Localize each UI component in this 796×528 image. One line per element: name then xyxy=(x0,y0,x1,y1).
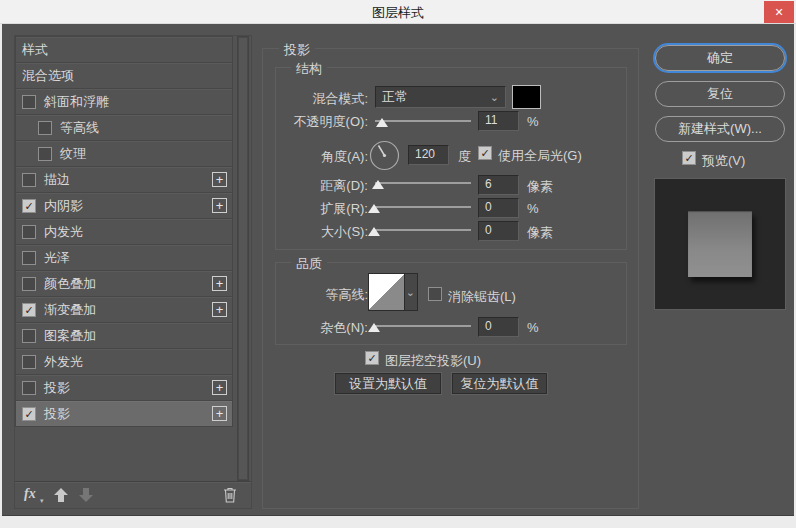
style-item-1[interactable]: 混合选项 xyxy=(16,63,232,89)
reset-button[interactable]: 复位 xyxy=(655,81,785,107)
size-field[interactable]: 0 xyxy=(478,221,519,241)
style-item-0[interactable]: 样式 xyxy=(16,37,232,63)
style-item-label: 图案叠加 xyxy=(44,327,96,345)
style-item-label: 斜面和浮雕 xyxy=(44,93,109,111)
spread-slider-thumb[interactable] xyxy=(368,204,380,213)
antialias-label: 消除锯齿(L) xyxy=(448,288,516,306)
style-item-checkbox[interactable]: ✓ xyxy=(22,303,36,317)
style-item-label: 描边 xyxy=(44,171,70,189)
fx-caret-icon: ▾ xyxy=(40,497,44,505)
opacity-slider-track[interactable] xyxy=(375,120,471,122)
style-item-2[interactable]: 斜面和浮雕 xyxy=(16,89,232,115)
size-slider-thumb[interactable] xyxy=(368,227,380,236)
style-item-4[interactable]: 纹理 xyxy=(16,141,232,167)
noise-unit: % xyxy=(527,320,539,335)
opacity-unit: % xyxy=(527,114,539,129)
move-effect-up-icon[interactable] xyxy=(53,487,69,503)
close-button[interactable]: ✕ xyxy=(764,1,794,23)
add-effect-plus-icon[interactable]: + xyxy=(212,406,227,421)
opacity-field[interactable]: 11 xyxy=(478,111,519,131)
noise-slider-thumb[interactable] xyxy=(368,323,380,332)
panel-title: 投影 xyxy=(279,41,315,59)
style-item-5[interactable]: 描边+ xyxy=(16,167,232,193)
style-item-label: 颜色叠加 xyxy=(44,275,96,293)
distance-slider-track[interactable] xyxy=(375,182,471,184)
style-item-checkbox[interactable] xyxy=(22,225,36,239)
global-light-checkbox[interactable]: ✓ xyxy=(478,146,492,160)
spread-slider-track[interactable] xyxy=(375,206,471,208)
style-item-13[interactable]: 投影+ xyxy=(16,375,232,401)
angle-field[interactable]: 120 xyxy=(408,145,449,165)
style-item-label: 投影 xyxy=(44,405,70,423)
new-style-button[interactable]: 新建样式(W)... xyxy=(655,116,785,142)
contour-thumbnail[interactable] xyxy=(369,274,405,310)
style-item-11[interactable]: 图案叠加 xyxy=(16,323,232,349)
style-item-label: 渐变叠加 xyxy=(44,301,96,319)
style-item-label: 内阴影 xyxy=(44,197,83,215)
style-item-checkbox[interactable] xyxy=(22,95,36,109)
add-effect-plus-icon[interactable]: + xyxy=(212,302,227,317)
angle-unit: 度 xyxy=(458,148,471,166)
blend-mode-dropdown[interactable]: 正常 ⌄ xyxy=(375,86,506,108)
style-item-checkbox[interactable] xyxy=(22,355,36,369)
move-effect-down-icon[interactable] xyxy=(78,487,94,503)
noise-slider-track[interactable] xyxy=(375,325,471,327)
contour-picker[interactable]: ⌄ xyxy=(368,273,418,311)
distance-label: 距离(D): xyxy=(248,177,368,195)
set-default-button[interactable]: 设置为默认值 xyxy=(335,373,441,394)
ok-button[interactable]: 确定 xyxy=(655,45,785,71)
add-effect-plus-icon[interactable]: + xyxy=(212,380,227,395)
delete-effect-trash-icon[interactable] xyxy=(222,486,238,504)
noise-field[interactable]: 0 xyxy=(478,317,519,337)
style-item-checkbox[interactable]: ✓ xyxy=(22,407,36,421)
add-effect-plus-icon[interactable]: + xyxy=(212,276,227,291)
distance-slider-thumb[interactable] xyxy=(372,180,384,189)
fx-menu-button[interactable]: fx xyxy=(24,486,36,502)
distance-field[interactable]: 6 xyxy=(478,175,519,195)
reset-default-button[interactable]: 复位为默认值 xyxy=(452,373,547,394)
style-item-8[interactable]: 光泽 xyxy=(16,245,232,271)
style-item-checkbox[interactable] xyxy=(22,251,36,265)
size-label: 大小(S): xyxy=(248,223,368,241)
blend-mode-label: 混合模式: xyxy=(248,90,368,108)
style-item-label: 纹理 xyxy=(60,145,86,163)
style-item-3[interactable]: 等高线 xyxy=(16,115,232,141)
titlebar: 图层样式 ✕ xyxy=(0,0,796,24)
angle-dial[interactable] xyxy=(369,140,400,171)
style-item-checkbox[interactable] xyxy=(22,173,36,187)
contour-chevron-icon: ⌄ xyxy=(406,287,415,297)
shadow-color-swatch[interactable] xyxy=(512,85,541,109)
style-item-10[interactable]: ✓渐变叠加+ xyxy=(16,297,232,323)
knockout-checkbox[interactable]: ✓ xyxy=(365,351,379,365)
scrollbar-thumb[interactable] xyxy=(239,38,247,479)
preview-checkbox[interactable]: ✓ xyxy=(682,151,696,165)
distance-unit: 像素 xyxy=(527,178,553,196)
chevron-down-icon: ⌄ xyxy=(490,92,499,102)
style-item-9[interactable]: 颜色叠加+ xyxy=(16,271,232,297)
opacity-slider-thumb[interactable] xyxy=(376,118,388,127)
preview-label: 预览(V) xyxy=(702,152,745,170)
noise-label: 杂色(N): xyxy=(248,319,368,337)
style-item-checkbox[interactable] xyxy=(22,277,36,291)
spread-field[interactable]: 0 xyxy=(478,198,519,218)
style-item-6[interactable]: ✓内阴影+ xyxy=(16,193,232,219)
style-item-checkbox[interactable]: ✓ xyxy=(22,199,36,213)
style-item-checkbox[interactable] xyxy=(22,381,36,395)
add-effect-plus-icon[interactable]: + xyxy=(212,172,227,187)
style-item-checkbox[interactable] xyxy=(22,329,36,343)
style-item-label: 外发光 xyxy=(44,353,83,371)
style-item-label: 投影 xyxy=(44,379,70,397)
style-preview-area xyxy=(654,178,786,310)
size-slider-track[interactable] xyxy=(375,229,471,231)
style-item-14[interactable]: ✓投影+ xyxy=(16,401,232,427)
style-item-12[interactable]: 外发光 xyxy=(16,349,232,375)
style-item-7[interactable]: 内发光 xyxy=(16,219,232,245)
antialias-checkbox[interactable] xyxy=(428,287,442,301)
style-item-checkbox[interactable] xyxy=(38,121,52,135)
style-item-checkbox[interactable] xyxy=(38,147,52,161)
quality-legend: 品质 xyxy=(291,255,327,273)
size-unit: 像素 xyxy=(527,224,553,242)
spread-unit: % xyxy=(527,201,539,216)
style-preview-swatch xyxy=(688,211,752,277)
add-effect-plus-icon[interactable]: + xyxy=(212,198,227,213)
